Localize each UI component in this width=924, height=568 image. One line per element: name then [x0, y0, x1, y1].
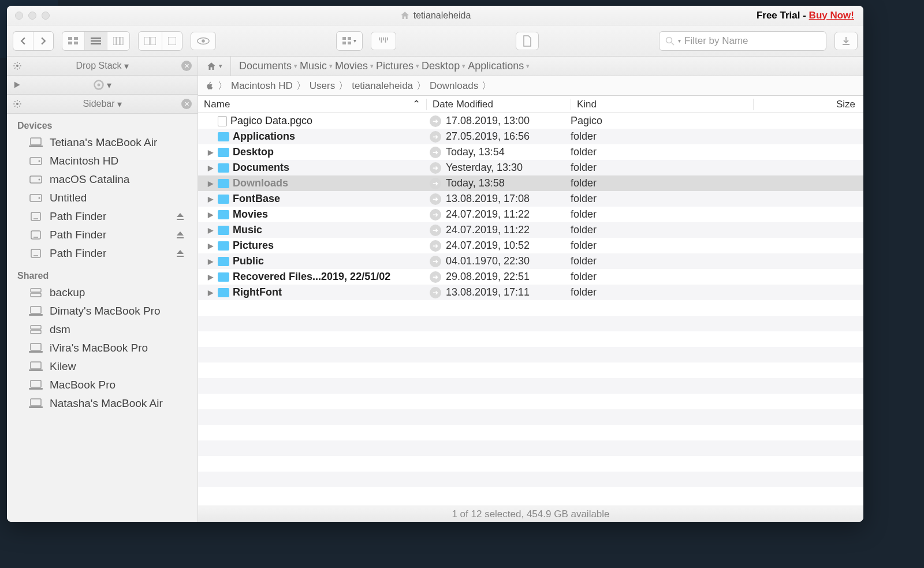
disclosure-triangle[interactable]: ▶ [206, 195, 214, 203]
file-row[interactable]: ▶Public➜04.01.1970, 22:30folder [198, 253, 863, 269]
disclosure-triangle[interactable]: ▶ [206, 211, 214, 219]
go-icon[interactable]: ➜ [430, 178, 441, 189]
breadcrumb: 〉 Macintosh HD〉Users〉tetianaleheida〉Down… [198, 76, 863, 96]
target-header[interactable]: ▾ [7, 76, 198, 95]
go-icon[interactable]: ➜ [430, 271, 441, 283]
home-menu[interactable]: ▾ [198, 57, 231, 76]
eject-icon[interactable] [176, 212, 185, 221]
go-icon[interactable]: ➜ [430, 162, 441, 174]
list-view-button[interactable] [85, 32, 107, 50]
preview-button[interactable] [191, 32, 216, 50]
file-row[interactable]: ▶FontBase➜13.08.2019, 17:08folder [198, 191, 863, 207]
go-icon[interactable]: ➜ [430, 287, 441, 298]
icon-view-button[interactable] [62, 32, 85, 50]
sidebar-item[interactable]: Tetiana's MacBook Air [7, 133, 198, 152]
new-document-button[interactable] [516, 32, 539, 50]
go-icon[interactable]: ➜ [430, 209, 441, 221]
back-button[interactable] [13, 32, 33, 50]
sidebar-item[interactable]: Untitled [7, 189, 198, 207]
go-icon[interactable]: ➜ [430, 131, 441, 143]
go-icon[interactable]: ➜ [430, 115, 441, 127]
close-window-button[interactable] [15, 12, 23, 20]
favorite-link[interactable]: Pictures ▾ [376, 60, 419, 72]
eject-icon[interactable] [176, 249, 185, 258]
gear-icon[interactable] [13, 61, 22, 70]
breadcrumb-item[interactable]: tetianaleheida [352, 80, 413, 92]
disclosure-triangle[interactable]: ▶ [206, 226, 214, 234]
disclosure-triangle[interactable]: ▶ [206, 180, 214, 188]
dual-pane-button[interactable] [139, 32, 162, 50]
favorite-link[interactable]: Applications ▾ [468, 60, 530, 72]
favorite-link[interactable]: Movies ▾ [335, 60, 374, 72]
sidebar-item[interactable]: iVira's MacBook Pro [7, 339, 198, 357]
go-icon[interactable]: ➜ [430, 240, 441, 252]
file-row[interactable]: ▶Documents➜Yesterday, 13:30folder [198, 160, 863, 175]
sidebar-item[interactable]: Dimaty's MacBook Pro [7, 302, 198, 320]
disclosure-triangle[interactable]: ▶ [206, 257, 214, 266]
buy-now-link[interactable]: Buy Now! [809, 10, 854, 21]
go-icon[interactable]: ➜ [430, 193, 441, 205]
header-size[interactable]: Size [753, 99, 863, 110]
search-field[interactable]: ▾ Filter by Name [659, 31, 826, 51]
gear-icon[interactable] [13, 99, 22, 109]
folder-icon [218, 163, 229, 173]
file-row[interactable]: ▶Recovered Files...2019, 22/51/02➜29.08.… [198, 269, 863, 285]
file-row[interactable]: ▶Desktop➜Today, 13:54folder [198, 144, 863, 160]
go-icon[interactable]: ➜ [430, 147, 441, 158]
sidebar-item[interactable]: Path Finder [7, 226, 198, 244]
forward-button[interactable] [33, 32, 53, 50]
close-icon[interactable]: ✕ [181, 99, 192, 109]
sidebar-header[interactable]: Sidebar▾ ✕ [7, 95, 198, 114]
dropstack-header[interactable]: Drop Stack▾ ✕ [7, 57, 198, 76]
close-icon[interactable]: ✕ [181, 61, 192, 71]
file-list[interactable]: Pagico Data.pgco➜17.08.2019, 13:00Pagico… [198, 113, 863, 506]
file-name: Pictures [233, 240, 274, 252]
disclosure-triangle[interactable]: ▶ [206, 242, 214, 250]
disclosure-triangle[interactable]: ▶ [206, 273, 214, 281]
file-row[interactable]: Pagico Data.pgco➜17.08.2019, 13:00Pagico [198, 113, 863, 129]
sidebar-item[interactable]: backup [7, 283, 198, 302]
sidebar-item[interactable]: Path Finder [7, 207, 198, 226]
sidebar-item[interactable]: Natasha's MacBook Air [7, 394, 198, 413]
download-button[interactable] [834, 32, 858, 50]
sidebar-item[interactable]: dsm [7, 320, 198, 339]
eject-icon[interactable] [176, 230, 185, 240]
zoom-window-button[interactable] [42, 12, 50, 20]
single-pane-button[interactable] [162, 32, 182, 50]
apple-icon[interactable] [205, 81, 214, 91]
column-view-button[interactable] [107, 32, 129, 50]
file-row[interactable]: ▶Downloads➜Today, 13:58folder [198, 175, 863, 191]
file-row[interactable]: ▶Music➜24.07.2019, 11:22folder [198, 222, 863, 238]
disclosure-triangle[interactable]: ▶ [206, 164, 214, 172]
file-row[interactable]: ▶Pictures➜24.07.2019, 10:52folder [198, 238, 863, 253]
disclosure-triangle[interactable]: ▶ [206, 289, 214, 297]
svg-rect-7 [113, 37, 116, 45]
sidebar-item[interactable]: macOS Catalina [7, 170, 198, 189]
breadcrumb-item[interactable]: Downloads [430, 80, 478, 92]
sidebar-item[interactable]: Macintosh HD [7, 152, 198, 170]
file-row[interactable]: ▶RightFont➜13.08.2019, 17:11folder [198, 285, 863, 300]
header-kind[interactable]: Kind [571, 99, 753, 110]
list-icon [91, 37, 101, 45]
favorite-link[interactable]: Documents ▾ [239, 60, 297, 72]
file-row[interactable]: Applications➜27.05.2019, 16:56folder [198, 129, 863, 144]
go-icon[interactable]: ➜ [430, 225, 441, 236]
favorite-link[interactable]: Desktop ▾ [422, 60, 465, 72]
sidebar-item[interactable]: MacBook Pro [7, 376, 198, 394]
sidebar-item[interactable]: Kilew [7, 357, 198, 376]
header-name[interactable]: Name⌃ [198, 98, 426, 110]
favorite-link[interactable]: Music ▾ [300, 60, 333, 72]
play-icon[interactable] [13, 81, 21, 89]
header-date[interactable]: Date Modified [426, 99, 571, 110]
breadcrumb-item[interactable]: Macintosh HD [231, 80, 293, 92]
file-row[interactable]: ▶Movies➜24.07.2019, 11:22folder [198, 207, 863, 222]
breadcrumb-item[interactable]: Users [310, 80, 335, 92]
svg-point-28 [39, 160, 40, 162]
file-date: 27.05.2019, 16:56 [446, 130, 530, 143]
go-icon[interactable]: ➜ [430, 256, 441, 267]
sidebar-item[interactable]: Path Finder [7, 244, 198, 263]
action-button[interactable] [371, 32, 396, 50]
arrange-button[interactable]: ▾ [337, 32, 362, 50]
minimize-window-button[interactable] [28, 12, 36, 20]
disclosure-triangle[interactable]: ▶ [206, 148, 214, 156]
